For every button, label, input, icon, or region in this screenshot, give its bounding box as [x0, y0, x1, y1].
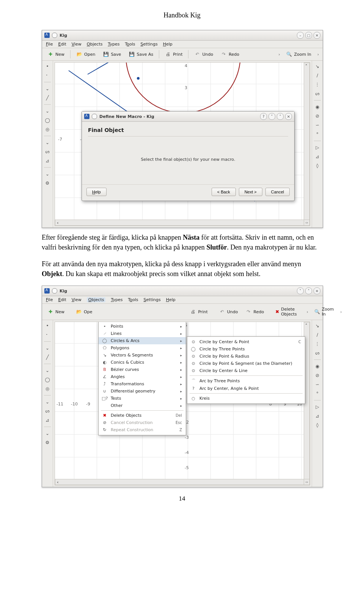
- tool-icon[interactable]: ◉: [314, 363, 321, 370]
- tool-icon[interactable]: ⋮: [314, 81, 321, 88]
- misc-tool-icon[interactable]: ᔕ: [44, 148, 51, 155]
- tool-icon[interactable]: °: [314, 390, 321, 397]
- misc-tool-icon[interactable]: ⊿: [44, 157, 51, 164]
- point-tool-icon[interactable]: •: [44, 322, 51, 329]
- tool-icon[interactable]: ∕: [314, 72, 321, 79]
- maximize-icon[interactable]: ▢: [305, 32, 312, 39]
- window-menu-icon[interactable]: [52, 288, 57, 294]
- back-button[interactable]: < Back: [212, 188, 236, 196]
- menu-help[interactable]: Help: [163, 42, 173, 47]
- tool-icon[interactable]: ▷: [314, 403, 321, 410]
- menu-edit[interactable]: Edit: [58, 297, 66, 302]
- tool-icon[interactable]: °: [314, 131, 321, 138]
- toolbar-more-icon[interactable]: ›: [277, 51, 282, 58]
- delete-button[interactable]: ✖Delete Objects: [272, 305, 302, 318]
- menu-item[interactable]: ?Arc by Center, Angle & Point: [187, 385, 305, 392]
- chevron-down-icon[interactable]: ⌄: [44, 430, 51, 437]
- tool-icon[interactable]: ◉: [314, 104, 321, 110]
- menu-item[interactable]: ⌒Arc by Three Points: [187, 377, 305, 385]
- menu-objects[interactable]: Objects: [87, 297, 106, 302]
- points-tool-icon[interactable]: ⠂: [44, 331, 51, 338]
- save-button[interactable]: 💾Save: [100, 50, 124, 59]
- menu-tools[interactable]: Tools: [125, 42, 135, 47]
- toolbar-overflow-icon[interactable]: ›: [316, 51, 320, 58]
- chevron-down-icon[interactable]: ⌄: [44, 345, 51, 352]
- next-button[interactable]: Next >: [239, 188, 262, 196]
- menu-tools[interactable]: Tools: [128, 297, 138, 302]
- chevron-down-icon[interactable]: ⌄: [44, 85, 51, 92]
- toolbar-more-icon[interactable]: ›: [305, 309, 310, 315]
- menu-item[interactable]: ∠Angles▸: [99, 373, 186, 380]
- menu-item[interactable]: ⊙Circle by Point & Radius: [187, 353, 305, 360]
- tool-icon[interactable]: ⊘: [314, 113, 321, 119]
- print-button[interactable]: 🖨Print: [187, 307, 210, 316]
- vertical-scrollbar[interactable]: ˄: [304, 63, 310, 220]
- circle-tool-icon[interactable]: ◯: [44, 117, 51, 124]
- point-tool-icon[interactable]: •: [44, 63, 51, 70]
- tool-icon[interactable]: ⊘: [314, 372, 321, 379]
- redo-button[interactable]: ↷Redo: [218, 50, 242, 59]
- line-tool-icon[interactable]: ╱: [44, 94, 51, 101]
- chevron-down-icon[interactable]: ⌄: [44, 108, 51, 115]
- chevron-down-icon[interactable]: ⌄: [44, 171, 51, 177]
- saveas-button[interactable]: 💾Save As: [126, 50, 156, 59]
- tool-icon[interactable]: ⊿: [314, 153, 321, 160]
- undo-button[interactable]: ↶Undo: [216, 307, 241, 316]
- misc-tool-icon[interactable]: ᔕ: [44, 408, 51, 414]
- menu-item[interactable]: Other▸: [99, 402, 186, 409]
- help-button[interactable]: Help: [86, 188, 107, 196]
- menu-help[interactable]: Help: [166, 297, 176, 302]
- misc-tool-icon[interactable]: ⊿: [44, 417, 51, 424]
- menu-item[interactable]: ◐Conics & Cubics▸: [99, 359, 186, 366]
- maximize-icon[interactable]: ˄: [305, 287, 312, 294]
- menu-item[interactable]: ✖Delete ObjectsDel: [99, 412, 186, 419]
- menu-item[interactable]: ◯Circle by Three Points: [187, 345, 305, 353]
- menu-item[interactable]: ⊙Circle by Center & PointC: [187, 338, 305, 345]
- target-tool-icon[interactable]: ◎: [44, 126, 51, 133]
- menu-item[interactable]: ⤴Transformations▸: [99, 380, 186, 388]
- tool-icon[interactable]: ▷: [314, 144, 321, 151]
- chevron-down-icon[interactable]: ⌄: [44, 367, 51, 374]
- horizontal-scrollbar[interactable]: ‹: [55, 479, 304, 485]
- window-menu-icon[interactable]: [52, 33, 57, 38]
- minimize-icon[interactable]: ˅: [297, 287, 304, 294]
- cancel-button[interactable]: Cancel: [265, 188, 290, 196]
- tool-icon[interactable]: ∽: [314, 122, 321, 129]
- menu-settings[interactable]: Settings: [144, 297, 161, 302]
- help-icon[interactable]: ?: [260, 113, 267, 120]
- max-icon[interactable]: ˄: [277, 113, 284, 120]
- min-icon[interactable]: ˅: [268, 113, 275, 120]
- close-icon[interactable]: ✕: [285, 113, 292, 120]
- macro-tool-icon[interactable]: ⚙: [44, 180, 51, 187]
- points-tool-icon[interactable]: ⠂: [44, 72, 51, 79]
- menu-types[interactable]: Types: [108, 42, 119, 47]
- tool-icon[interactable]: ◊: [314, 422, 321, 429]
- open-button[interactable]: 📂Ope: [73, 307, 95, 316]
- toolbar-overflow-icon[interactable]: ›: [339, 309, 343, 315]
- menu-item[interactable]: ↘Vectors & Segments▸: [99, 352, 186, 359]
- circle-tool-icon[interactable]: ◯: [44, 376, 51, 383]
- menu-settings[interactable]: Settings: [141, 42, 158, 47]
- macro-tool-icon[interactable]: ⚙: [44, 439, 51, 446]
- menu-view[interactable]: View: [72, 297, 82, 302]
- close-icon[interactable]: ✕: [314, 32, 320, 39]
- menu-item[interactable]: ⟋Lines▸: [99, 330, 186, 337]
- print-button[interactable]: 🖨Print: [162, 50, 185, 59]
- menu-item[interactable]: ◯Circles & Arcs▸: [99, 337, 186, 344]
- dialog-menu-icon[interactable]: [92, 114, 97, 119]
- tool-icon[interactable]: ◊: [314, 162, 321, 169]
- new-button[interactable]: ✚New: [44, 307, 67, 316]
- line-tool-icon[interactable]: ╱: [44, 354, 51, 361]
- menu-types[interactable]: Types: [111, 297, 122, 302]
- tool-icon[interactable]: ∽: [314, 381, 321, 388]
- tool-icon[interactable]: ᔕ: [314, 90, 321, 97]
- menu-edit[interactable]: Edit: [58, 42, 66, 47]
- menu-item[interactable]: ⊙Circle by Point & Segment (as the Diame…: [187, 360, 305, 367]
- tool-icon[interactable]: ⋮: [314, 341, 321, 347]
- open-button[interactable]: 📂Open: [73, 50, 98, 59]
- chevron-down-icon[interactable]: ⌄: [44, 399, 51, 405]
- menu-view[interactable]: View: [72, 42, 82, 47]
- menu-item[interactable]: •Points▸: [99, 323, 186, 330]
- menu-file[interactable]: File: [46, 297, 53, 302]
- menu-item[interactable]: ○Kreis: [187, 395, 305, 402]
